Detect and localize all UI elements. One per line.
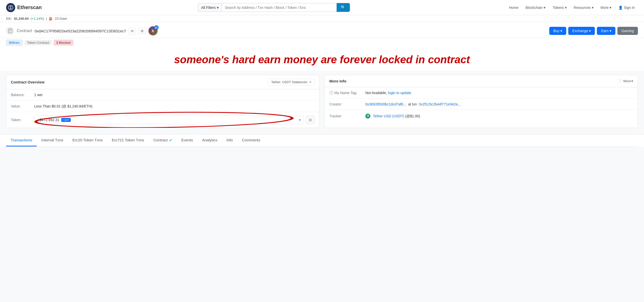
contract-label: Contract	[17, 29, 32, 33]
contract-header: Contract 0xdAC17F958D2ee523a220620699459…	[0, 22, 644, 38]
blockie-badge: 23	[154, 25, 159, 30]
tab-internal-txns[interactable]: Internal Txns	[37, 134, 68, 146]
tab-erc721-token-txns[interactable]: Erc721 Token Txns	[107, 134, 149, 146]
tab-info[interactable]: Info	[222, 134, 237, 146]
svg-rect-1	[8, 29, 12, 33]
chevron-down-icon: ▾	[544, 6, 545, 10]
alert-banner: someone's hard earn money are forever lo…	[0, 49, 644, 71]
brand-logo-link[interactable]: Etherscan	[6, 3, 42, 12]
brand-logo-icon	[6, 3, 15, 12]
token-row: Token: >$472,992.31 >107 ▾	[6, 112, 319, 128]
alert-text: someone's hard earn money are forever lo…	[6, 54, 638, 66]
token-label: Token:	[11, 118, 31, 122]
chevron-down-icon: ▾	[610, 6, 611, 10]
tracker-row: Tracker: ₮ Tether USD (USDT) (@$1.00)	[325, 110, 638, 122]
favorite-button[interactable]: ♡	[618, 79, 622, 83]
creator-row: Creator: 0x36928500bc1dcd7af6... at txn …	[325, 99, 638, 110]
value-value: Less Than $0.01 (@ $1,240.84/ETH)	[34, 104, 92, 108]
nav-tokens[interactable]: Tokens ▾	[550, 4, 570, 12]
price-bar: Eth: $1,240.84 (+1.14%) | ⛽ 23 Gwei	[0, 15, 644, 22]
nav-links: Home Blockchain ▾ Tokens ▾ Resources ▾ M…	[506, 4, 638, 12]
chevron-down-icon: ▾	[631, 79, 633, 83]
contract-overview-header: Contract Overview Tether: USDT Stablecoi…	[6, 75, 319, 89]
tracker-label: Tracker:	[329, 114, 362, 118]
tags-row: Bitfinex Token Contract ℹ Blocked	[0, 38, 644, 49]
nav-signin[interactable]: 👤 Sign In	[615, 4, 638, 12]
chevron-down-icon: ▾	[589, 29, 591, 33]
nav-home[interactable]: Home	[506, 4, 521, 12]
tabs: Transactions Internal Txns Erc20 Token T…	[6, 134, 638, 147]
token-count-badge: >107	[61, 118, 71, 122]
more-options-button[interactable]: More ▾	[623, 79, 633, 83]
tag-bitfinex[interactable]: Bitfinex	[6, 40, 23, 46]
eth-price: $1,240.84	[14, 17, 29, 20]
tab-contract[interactable]: Contract ✔	[149, 134, 177, 146]
tab-erc20-token-txns[interactable]: Erc20 Token Txns	[68, 134, 107, 146]
copy-token-button[interactable]: ⊟	[306, 116, 315, 124]
token-select-wrapper[interactable]: >$472,992.31 >107 ▾	[34, 116, 304, 124]
creator-txn-link[interactable]: 0x2f1c5c2b44f771e942a...	[419, 102, 461, 106]
separator: |	[46, 17, 47, 20]
contract-address: 0xdAC17F958D2ee523a2206206994597C13D831e…	[34, 29, 126, 33]
nav-blockchain[interactable]: Blockchain ▾	[523, 4, 549, 12]
chevron-down-icon: ▾	[560, 29, 562, 33]
tab-events[interactable]: Events	[177, 134, 198, 146]
more-info-title: More Info	[329, 79, 347, 83]
chevron-down-icon: ▾	[565, 6, 567, 10]
qr-code-button[interactable]: ⊞	[138, 28, 146, 34]
contract-title-area: Contract 0xdAC17F958D2ee523a220620699459…	[6, 26, 158, 35]
tracker-value: ₮ Tether USD (USDT) (@$1.00)	[365, 114, 420, 119]
creator-value: 0x36928500bc1dcd7af6... at txn 0x2f1c5c2…	[365, 102, 461, 106]
eth-label: Eth:	[6, 17, 12, 20]
tab-comments[interactable]: Comments	[237, 134, 265, 146]
contract-overview-body: Balance: 1 wei Value: Less Than $0.01 (@…	[6, 89, 319, 128]
filter-select[interactable]: All Filters ▾	[198, 3, 222, 12]
gaming-button[interactable]: Gaming	[617, 27, 638, 35]
blockie-avatar: b 23	[148, 26, 158, 35]
exchange-button[interactable]: Exchange ▾	[568, 27, 595, 35]
gas-value: 23 Gwei	[55, 17, 67, 20]
creator-label: Creator:	[329, 102, 362, 106]
chevron-down-icon: ▾	[592, 6, 594, 10]
gas-icon: ⛽	[49, 17, 53, 20]
copy-address-button[interactable]: ⧉	[129, 28, 136, 34]
verified-check-icon: ✔	[169, 138, 172, 142]
tether-button[interactable]: Tether: USDT Stablecoin ↗	[268, 79, 315, 85]
name-tag-label: ? My Name Tag:	[329, 91, 362, 95]
login-to-update-link[interactable]: login to update	[388, 91, 411, 95]
tracker-suffix: (@$1.00)	[405, 114, 420, 118]
contract-icon	[6, 27, 14, 35]
more-info-body: ? My Name Tag: Not Available, login to u…	[325, 87, 638, 122]
balance-value: 1 wei	[34, 93, 43, 97]
creator-address-link[interactable]: 0x36928500bc1dcd7af6...	[365, 102, 406, 106]
token-value: >$472,992.31	[37, 118, 59, 122]
navbar: Etherscan All Filters ▾ 🔍 Home Blockchai…	[0, 0, 644, 15]
search-button[interactable]: 🔍	[337, 3, 350, 12]
nav-resources[interactable]: Resources ▾	[571, 4, 597, 12]
tabs-container: Transactions Internal Txns Erc20 Token T…	[0, 134, 644, 147]
earn-button[interactable]: Earn ▾	[597, 27, 615, 35]
tab-transactions[interactable]: Transactions	[6, 134, 37, 146]
value-row: Value: Less Than $0.01 (@ $1,240.84/ETH)	[6, 101, 319, 112]
nav-more[interactable]: More ▾	[598, 4, 615, 12]
name-tag-row: ? My Name Tag: Not Available, login to u…	[325, 87, 638, 99]
balance-label: Balance:	[11, 93, 31, 97]
more-info-card: More Info ♡ More ▾ ? My Name Tag: Not Av…	[325, 75, 638, 128]
tag-token-contract: Token Contract	[25, 40, 52, 45]
tag-blocked: ℹ Blocked	[54, 40, 73, 46]
search-input[interactable]	[222, 3, 337, 12]
balance-row: Balance: 1 wei	[6, 89, 319, 101]
more-info-header: More Info ♡ More ▾	[325, 75, 638, 87]
tracker-link[interactable]: Tether USD (USDT)	[373, 114, 404, 118]
chevron-down-icon: ▾	[217, 6, 219, 10]
eth-change: (+1.14%)	[31, 17, 44, 20]
action-buttons: Buy ▾ Exchange ▾ Earn ▾ Gaming	[549, 27, 638, 35]
chevron-down-icon: ▾	[299, 118, 301, 122]
search-area: All Filters ▾ 🔍	[198, 3, 350, 12]
buy-button[interactable]: Buy ▾	[549, 27, 566, 35]
question-icon: ?	[329, 91, 333, 95]
tab-analytics[interactable]: Analytics	[198, 134, 222, 146]
contract-overview-card: Contract Overview Tether: USDT Stablecoi…	[6, 75, 319, 128]
value-label: Value:	[11, 104, 31, 108]
name-tag-value: Not Available, login to update	[365, 91, 411, 95]
